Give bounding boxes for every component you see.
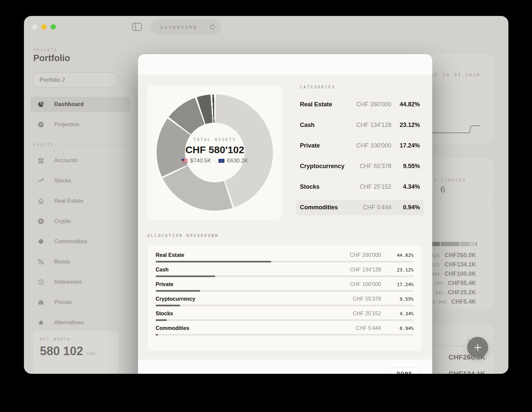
sidebar-item-label: Alternatives (54, 319, 84, 326)
sidebar-item-label: Bonds (54, 258, 70, 265)
toolbar-tab[interactable]: DASHBOARD (150, 20, 221, 35)
sidebar-item-dashboard[interactable]: Dashboard (30, 97, 130, 112)
traffic-light-maximize[interactable] (51, 24, 56, 30)
allocation-row-commodities: Commodities CHF 5'444 0.94% (156, 325, 414, 336)
add-button[interactable] (467, 337, 488, 358)
svg-text:B: B (40, 219, 42, 223)
assets-label: ASSETS (33, 143, 55, 147)
sidebar-item-alternatives[interactable]: Alternatives (30, 315, 130, 330)
allocation-pct: 23.12% (390, 267, 414, 272)
donut-center: TOTAL ASSETS CHF 580'102 $740.5K · €630.… (147, 137, 282, 164)
allocation-row-cash: Cash CHF 134'128 23.12% (156, 267, 414, 277)
category-pct: 17.24% (391, 142, 420, 149)
category-row-cash[interactable]: Cash CHF 134'128 23.12% (296, 117, 424, 133)
portfolio-selector[interactable]: Portfolio 2 (33, 72, 118, 87)
allocation-pct: 17.24% (390, 282, 414, 287)
allocation-modal: TOTAL ASSETS CHF 580'102 $740.5K · €630.… (138, 54, 432, 374)
category-row-private[interactable]: Private CHF 100'000 17.24% (296, 138, 424, 154)
category-name: Private (300, 142, 346, 150)
done-button[interactable]: DONE (389, 367, 420, 374)
eur-total: €630.2K (227, 157, 248, 164)
allocation-row-cryptocurrency: Cryptocurrency CHF 55'378 9.55% (156, 296, 414, 306)
net-worth-card: NET WORTH 580 102 CHF (33, 331, 118, 374)
allocation-breakdown-label: ALLOCATION BREAKDOWN (147, 233, 219, 238)
allocation-bar (156, 319, 167, 321)
allocation-bar (156, 290, 200, 292)
traffic-light-close[interactable] (32, 24, 37, 30)
category-pct: 44.82% (391, 101, 420, 108)
category-pct: 9.55% (391, 163, 420, 170)
allocation-row-private: Private CHF 100'000 17.24% (156, 281, 414, 292)
history-clock-icon (37, 278, 45, 286)
category-value: CHF 5'444 (346, 204, 392, 211)
sidebar-item-crypto[interactable]: B Crypto (30, 214, 130, 229)
category-name: Commodities (300, 204, 346, 211)
briefcase-icon (37, 298, 45, 306)
us-flag-icon (182, 159, 188, 163)
category-value: CHF 25'152 (346, 183, 392, 190)
allocation-pct: 4.34% (390, 311, 414, 316)
allocation-value: CHF 100'000 (350, 281, 381, 287)
diamond-icon (37, 238, 45, 246)
bar-segment (476, 242, 477, 246)
sidebar-item-bonds[interactable]: Bonds (30, 254, 130, 269)
summary-value: CHF100.0K (445, 270, 476, 277)
categories-section: CATEGORIES Real Estate CHF 260'000 44.82… (296, 85, 424, 220)
allocation-bar (156, 261, 271, 262)
summary-value: CHF5.4K (451, 298, 476, 305)
net-worth-currency: CHF (86, 351, 96, 356)
bank-icon (37, 156, 45, 164)
modal-footer: DONE (138, 360, 432, 374)
allocation-value: CHF 55'378 (353, 296, 381, 302)
refresh-icon[interactable] (208, 24, 216, 31)
allocation-row-stocks: Stocks CHF 25'152 4.34% (156, 311, 414, 321)
allocation-name: Private (156, 281, 350, 287)
projection-icon (37, 121, 45, 129)
allocation-pct: 44.82% (390, 253, 414, 258)
traffic-light-minimize[interactable] (41, 24, 47, 30)
summary-value: CHF134.1K (445, 261, 476, 268)
category-row-real-estate[interactable]: Real Estate CHF 260'000 44.82% (296, 97, 424, 112)
allocation-breakdown-card: Real Estate CHF 260'000 44.82% Cash CHF … (147, 245, 422, 352)
category-value: CHF 134'128 (346, 122, 392, 129)
donut-card: TOTAL ASSETS CHF 580'102 $740.5K · €630.… (147, 86, 282, 220)
toolbar-tab-label: DASHBOARD (160, 25, 198, 30)
allocation-name: Commodities (156, 325, 356, 331)
allocation-value: CHF 134'128 (350, 267, 381, 273)
category-value: CHF 260'000 (346, 101, 392, 108)
modal-header (138, 54, 432, 75)
app-window: DASHBOARD PRIVATE Portfolio Portfolio 2 … (24, 16, 508, 374)
sidebar-assets-header: ASSETS (33, 143, 130, 147)
bar-segment (470, 242, 475, 246)
category-row-cryptocurrency[interactable]: Cryptocurrency CHF 55'378 9.55% (296, 158, 424, 174)
sidebar-toggle-icon[interactable] (131, 22, 143, 33)
category-pct: 4.34% (391, 183, 420, 190)
sidebar-item-projection[interactable]: Projection (30, 117, 130, 132)
net-worth-value: 580 102 (40, 344, 83, 358)
sidebar-item-accounts[interactable]: Accounts (30, 153, 130, 168)
summary-value: CHF260.0K (445, 252, 476, 259)
summary-value: CHF25.2K (448, 289, 476, 296)
sidebar-item-label: Real Estate (54, 198, 83, 204)
sidebar-item-commodities[interactable]: Commodities (30, 234, 130, 249)
bar-segment (441, 242, 459, 246)
sidebar-title: Portfolio (33, 53, 70, 63)
sidebar-item-private[interactable]: Private (30, 295, 130, 310)
bitcoin-icon: B (37, 217, 45, 225)
sidebar-item-label: Private (54, 299, 72, 306)
eu-flag-icon (218, 159, 224, 163)
pie-chart-icon (37, 100, 45, 108)
category-row-stocks[interactable]: Stocks CHF 25'152 4.34% (296, 179, 424, 195)
category-row-commodities[interactable]: Commodities CHF 5'444 0.94% (296, 200, 424, 215)
net-worth-label: NET WORTH (40, 337, 112, 342)
total-assets-value: CHF 580'102 (147, 144, 282, 155)
sidebar-item-stocks[interactable]: Stocks (30, 173, 130, 188)
sidebar-item-label: Commodities (54, 238, 87, 245)
allocation-name: Stocks (156, 311, 353, 317)
house-icon (37, 197, 45, 205)
sidebar-item-label: Projection (54, 121, 79, 128)
percent-icon (37, 258, 45, 266)
category-name: Cryptocurrency (300, 163, 346, 170)
sidebar-item-retirement[interactable]: Retirement (30, 274, 130, 290)
sidebar-item-real-estate[interactable]: Real Estate (30, 193, 130, 209)
